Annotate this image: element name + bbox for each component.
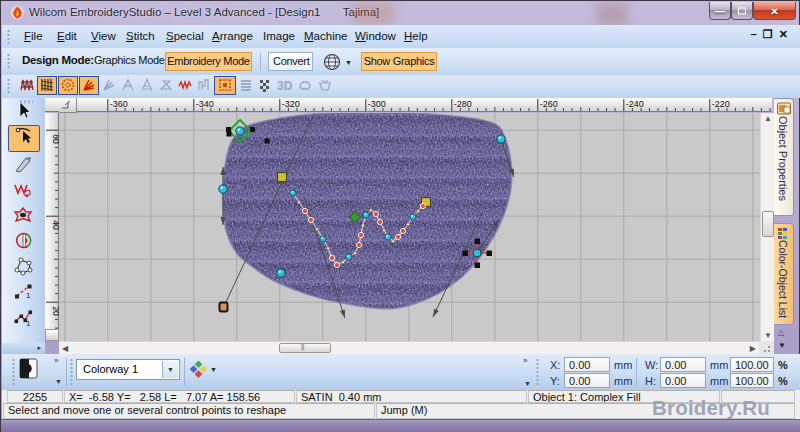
svg-text:-260: -260 — [540, 99, 558, 109]
svg-text:-320: -320 — [282, 99, 300, 109]
svg-text:-360: -360 — [110, 99, 128, 109]
svg-text:-340: -340 — [196, 99, 214, 109]
svg-text:-240: -240 — [626, 99, 644, 109]
svg-text:-220: -220 — [712, 99, 730, 109]
svg-text:-300: -300 — [368, 99, 386, 109]
svg-text:1: 1 — [26, 319, 31, 328]
svg-text:-280: -280 — [454, 99, 472, 109]
svg-text:1: 1 — [26, 291, 31, 300]
